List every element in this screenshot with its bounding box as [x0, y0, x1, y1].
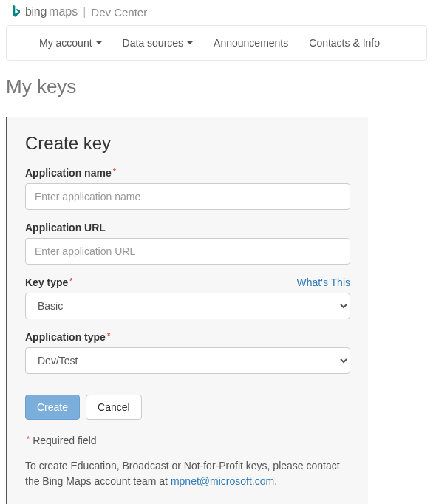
panel-title: Create key — [25, 133, 350, 154]
nav-contacts[interactable]: Contacts & Info — [299, 26, 390, 60]
nav-data-sources[interactable]: Data sources — [112, 26, 203, 60]
contact-email-link[interactable]: mpnet@microsoft.com — [171, 475, 274, 487]
app-url-label: Application URL — [25, 222, 106, 234]
bing-maps-logo[interactable]: bing maps — [10, 4, 78, 19]
nav-announcements[interactable]: Announcements — [203, 26, 299, 60]
required-asterisk: * — [107, 331, 110, 340]
app-url-input[interactable] — [25, 238, 350, 265]
contact-note-end: . — [274, 475, 277, 487]
chevron-down-icon — [187, 41, 193, 44]
maps-text: maps — [49, 5, 78, 18]
form-group-key-type: Key type* What's This Basic — [25, 276, 350, 319]
nav-my-account-label: My account — [39, 37, 92, 49]
required-asterisk: * — [69, 276, 72, 285]
header-divider: | — [83, 5, 86, 18]
create-key-panel: Create key Application name* Application… — [6, 117, 368, 504]
key-type-label-text: Key type — [25, 276, 68, 288]
form-group-app-url: Application URL — [25, 222, 350, 265]
button-row: Create Cancel — [25, 395, 350, 420]
whats-this-link[interactable]: What's This — [297, 276, 350, 288]
key-type-select[interactable]: Basic — [25, 293, 350, 319]
chevron-down-icon — [96, 41, 102, 44]
required-asterisk: * — [113, 167, 116, 176]
app-type-label: Application type* — [25, 331, 110, 343]
key-type-label: Key type* — [25, 276, 73, 288]
app-name-label-text: Application name — [25, 167, 112, 179]
nav-my-account[interactable]: My account — [29, 26, 112, 60]
app-name-input[interactable] — [25, 183, 350, 210]
contact-note: To create Education, Broadcast or Not-fo… — [25, 458, 350, 490]
nav-contacts-label: Contacts & Info — [309, 37, 380, 49]
required-field-text: Required field — [33, 435, 96, 446]
app-type-select[interactable]: Dev/Test — [25, 347, 350, 374]
form-group-app-type: Application type* Dev/Test — [25, 331, 350, 374]
create-button[interactable]: Create — [25, 395, 80, 420]
app-type-label-text: Application type — [25, 331, 106, 343]
required-asterisk: * — [27, 435, 30, 443]
footer-note: * Required field To create Education, Br… — [25, 433, 350, 490]
header: bing maps | Dev Center — [0, 0, 433, 25]
devcenter-link[interactable]: Dev Center — [91, 6, 147, 18]
navbar: My account Data sources Announcements Co… — [6, 25, 427, 61]
bing-logo-icon — [10, 4, 22, 19]
cancel-button[interactable]: Cancel — [86, 395, 142, 420]
nav-data-sources-label: Data sources — [123, 37, 183, 49]
divider — [6, 109, 427, 109]
nav-announcements-label: Announcements — [214, 37, 288, 49]
bing-text: bing — [25, 5, 47, 18]
form-group-app-name: Application name* — [25, 167, 350, 210]
page-title: My keys — [0, 61, 433, 109]
app-name-label: Application name* — [25, 167, 116, 179]
